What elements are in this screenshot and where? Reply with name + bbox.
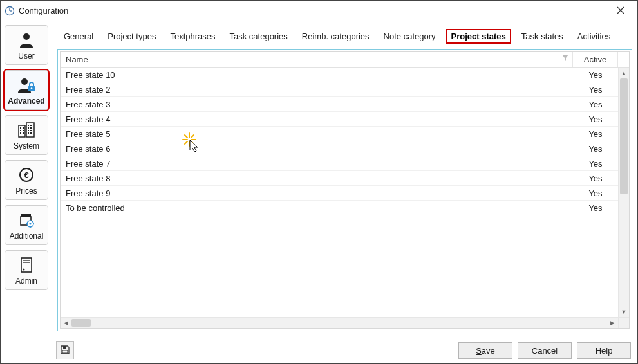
hscroll-track[interactable]: [71, 318, 607, 328]
scroll-up-icon[interactable]: ▲: [619, 68, 629, 78]
column-header-name-label: Name: [66, 55, 88, 64]
hscroll-thumb[interactable]: [71, 319, 91, 327]
tab-activities[interactable]: Activities: [574, 30, 614, 42]
svg-rect-26: [21, 214, 31, 217]
filter-icon[interactable]: [562, 55, 568, 62]
cell-active: Yes: [573, 100, 618, 109]
sidebar-item-user[interactable]: User: [5, 25, 48, 65]
tab-task-states[interactable]: Task states: [518, 30, 567, 42]
scroll-corner: [618, 318, 629, 328]
sidebar-item-admin[interactable]: Admin: [5, 250, 48, 290]
sidebar: User Advanced: [1, 21, 52, 338]
sidebar-item-additional[interactable]: Additional: [5, 205, 48, 245]
sidebar-item-prices[interactable]: € Prices: [5, 160, 48, 200]
body: User Advanced: [1, 21, 637, 338]
cell-active: Yes: [573, 174, 618, 183]
window-title: Configuration: [19, 6, 68, 15]
cell-name: Free state 2: [61, 85, 573, 95]
vscroll-thumb[interactable]: [620, 78, 628, 194]
column-header-active-label: Active: [584, 55, 606, 64]
table-row[interactable]: Free state 9Yes: [61, 186, 618, 201]
help-button-label: Help: [596, 346, 613, 356]
clock-icon: [5, 6, 15, 16]
box-gear-icon: [16, 211, 37, 229]
column-header-active[interactable]: Active: [573, 52, 618, 67]
svg-rect-33: [21, 258, 32, 272]
cell-name: Free state 5: [61, 129, 573, 139]
server-icon: [16, 256, 37, 274]
table-row[interactable]: Free state 8Yes: [61, 171, 618, 186]
svg-rect-46: [62, 350, 68, 353]
tab-general[interactable]: General: [60, 30, 97, 42]
table-row[interactable]: Free state 3Yes: [61, 97, 618, 112]
grid-body: Free state 10YesFree state 2YesFree stat…: [61, 68, 629, 317]
cell-name: Free state 3: [61, 100, 573, 109]
save-to-disk-button[interactable]: [56, 341, 74, 359]
table-row[interactable]: Free state 6Yes: [61, 141, 618, 156]
sidebar-item-system[interactable]: System: [5, 115, 48, 155]
svg-point-6: [31, 87, 33, 89]
svg-point-3: [23, 33, 30, 40]
tab-project-states[interactable]: Project states: [446, 29, 511, 44]
tab-task-categories[interactable]: Task categories: [226, 30, 292, 42]
window: Configuration User: [0, 0, 638, 364]
table-row[interactable]: Free state 2Yes: [61, 82, 618, 97]
svg-rect-12: [23, 130, 24, 131]
cell-active: Yes: [573, 129, 618, 139]
tab-reimb-categories[interactable]: Reimb. categories: [298, 30, 373, 42]
titlebar: Configuration: [1, 1, 637, 21]
sidebar-item-label: Admin: [15, 277, 37, 286]
sidebar-item-label: System: [14, 141, 39, 150]
vertical-scrollbar[interactable]: ▲ ▼: [618, 68, 629, 317]
tab-note-category[interactable]: Note category: [380, 30, 440, 42]
svg-rect-15: [28, 125, 29, 126]
cell-name: Free state 4: [61, 114, 573, 124]
table-row[interactable]: Free state 5Yes: [61, 127, 618, 141]
cancel-button-label: Cancel: [532, 346, 558, 356]
cell-name: Free state 10: [61, 70, 573, 80]
table-row[interactable]: Free state 4Yes: [61, 112, 618, 127]
cell-name: Free state 8: [61, 174, 573, 183]
svg-rect-13: [20, 132, 21, 134]
sidebar-item-label: Additional: [10, 232, 44, 241]
cell-active: Yes: [573, 70, 618, 80]
svg-point-36: [23, 269, 25, 271]
svg-rect-20: [30, 130, 32, 131]
svg-text:€: €: [24, 170, 28, 180]
help-button[interactable]: Help: [577, 342, 631, 359]
table-row[interactable]: To be controlledYes: [61, 201, 618, 215]
svg-rect-14: [23, 132, 24, 134]
scroll-down-icon[interactable]: ▼: [619, 306, 629, 317]
euro-icon: €: [16, 166, 37, 184]
tab-textphrases[interactable]: Textphrases: [166, 30, 219, 42]
svg-rect-19: [28, 130, 29, 131]
vscroll-track[interactable]: [619, 78, 629, 306]
tab-project-types[interactable]: Project types: [104, 30, 160, 42]
column-header-name[interactable]: Name: [61, 52, 573, 67]
floppy-icon: [60, 345, 70, 357]
cell-name: Free state 9: [61, 188, 573, 198]
sidebar-item-label: Prices: [15, 187, 37, 196]
sidebar-item-advanced[interactable]: Advanced: [5, 70, 48, 110]
scroll-right-icon[interactable]: ▶: [607, 318, 618, 328]
cancel-button[interactable]: Cancel: [518, 342, 572, 359]
horizontal-scrollbar[interactable]: ◀ ▶: [61, 317, 629, 328]
close-button[interactable]: [608, 2, 633, 20]
footer: Save Cancel Help: [1, 338, 637, 363]
cell-name: Free state 7: [61, 159, 573, 168]
svg-point-28: [29, 223, 31, 224]
close-icon: [617, 5, 624, 17]
scroll-left-icon[interactable]: ◀: [61, 318, 71, 328]
cell-active: Yes: [573, 114, 618, 124]
svg-rect-18: [30, 127, 32, 129]
table-row[interactable]: Free state 7Yes: [61, 156, 618, 171]
sidebar-item-label: Advanced: [8, 96, 44, 105]
svg-rect-10: [23, 127, 24, 129]
svg-rect-22: [30, 132, 32, 134]
svg-rect-9: [20, 127, 21, 129]
table-row[interactable]: Free state 10Yes: [61, 68, 618, 82]
svg-rect-45: [63, 346, 66, 349]
main-panel: General Project types Textphrases Task c…: [52, 21, 637, 338]
save-button[interactable]: Save: [458, 342, 512, 359]
tab-bar: General Project types Textphrases Task c…: [57, 25, 632, 49]
